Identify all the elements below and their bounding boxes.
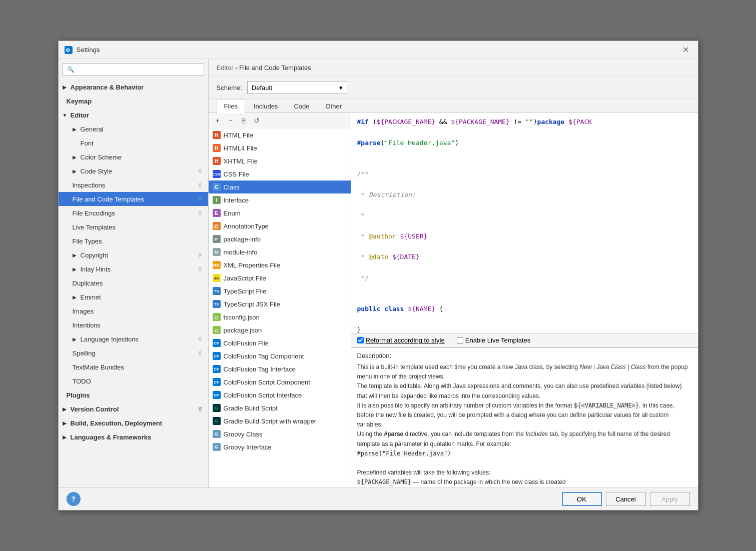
file-type-icon: CF [213,339,221,347]
arrow-icon: ▶ [73,154,79,160]
list-item-class[interactable]: C Class [209,180,351,194]
remove-template-button[interactable]: − [225,115,237,126]
search-input[interactable] [77,66,200,73]
app-icon: ⚙ [65,46,73,54]
list-item[interactable]: I Interface [209,194,351,206]
sidebar-item-textmate[interactable]: TextMate Bundles [59,360,208,374]
live-templates-checkbox-label[interactable]: Enable Live Templates [457,336,531,344]
file-type-icon: CF [213,352,221,360]
cancel-button[interactable]: Cancel [606,492,646,506]
list-item[interactable]: JS JavaScript File [209,272,351,284]
list-item[interactable]: CF ColdFusion Tag Interface [209,362,351,376]
close-button[interactable]: ✕ [680,44,692,56]
sidebar-item-file-types[interactable]: File Types [59,234,208,248]
search-box[interactable]: 🔍 [63,63,204,76]
sidebar-item-emmet[interactable]: ▶ Emmet [59,290,208,304]
list-item[interactable]: {} package.json [209,324,351,336]
file-type-icon: {} [213,313,221,321]
sidebar-item-live-templates[interactable]: Live Templates [59,220,208,234]
settings-dialog: ⚙ Settings ✕ 🔍 ▶ Appearance & Behavior K… [58,40,698,510]
list-item[interactable]: H HTML File [209,128,351,142]
list-item[interactable]: @ AnnotationType [209,220,351,232]
copy-icon: ⎘ [199,406,202,412]
list-item[interactable]: CF ColdFusion File [209,336,351,350]
sidebar-item-keymap[interactable]: Keymap [59,94,208,108]
sidebar-item-color-scheme[interactable]: ▶ Color Scheme [59,150,208,164]
tab-files[interactable]: Files [217,99,245,113]
sidebar-item-intentions[interactable]: Intentions [59,318,208,332]
list-item[interactable]: M module-info [209,246,351,258]
list-item[interactable]: CSS CSS File [209,168,351,180]
list-item[interactable]: CF ColdFusion Script Interface [209,388,351,402]
title-bar: ⚙ Settings ✕ [59,41,698,59]
list-item[interactable]: P package-info [209,232,351,246]
sidebar-item-editor[interactable]: ▼ Editor [59,108,208,122]
sidebar-item-spelling[interactable]: Spelling ⎘ [59,346,208,360]
list-item[interactable]: G Gradle Build Script [209,402,351,414]
list-item[interactable]: CF ColdFusion Tag Component [209,350,351,362]
description-text: This is a built-in template used each ti… [357,362,692,487]
file-type-icon: JS [213,274,221,282]
arrow-icon: ▶ [73,126,79,132]
ok-button[interactable]: OK [562,492,602,506]
sidebar-item-copyright[interactable]: ▶ Copyright ⎘ [59,248,208,262]
sidebar-item-inlay-hints[interactable]: ▶ Inlay Hints ⎘ [59,262,208,276]
list-item[interactable]: {} tsconfig.json [209,310,351,324]
sidebar-item-plugins[interactable]: Plugins [59,388,208,402]
scheme-value: Default [252,84,272,92]
scheme-select[interactable]: Default ▾ [247,81,347,94]
help-button[interactable]: ? [67,492,81,506]
list-item[interactable]: E Enum [209,206,351,220]
list-item[interactable]: CF ColdFusion Script Component [209,376,351,388]
tab-code[interactable]: Code [286,99,317,113]
list-item[interactable]: H XHTML File [209,154,351,168]
list-item[interactable]: TS TypeScript File [209,284,351,298]
file-type-icon: TS [213,287,221,295]
file-type-icon: {} [213,326,221,334]
sidebar-item-todo[interactable]: TODO [59,374,208,388]
sidebar-item-code-style[interactable]: ▶ Code Style ⎘ [59,164,208,178]
arrow-icon: ▼ [63,112,69,118]
sidebar-item-inspections[interactable]: Inspections ⎘ [59,178,208,192]
apply-button[interactable]: Apply [650,492,690,506]
file-type-icon: G [213,404,221,412]
sidebar-item-duplicates[interactable]: Duplicates [59,276,208,290]
arrow-icon: ▶ [73,266,79,272]
reformat-checkbox-label[interactable]: Reformat according to style [357,336,445,344]
sidebar-item-build[interactable]: ▶ Build, Execution, Deployment [59,416,208,430]
sidebar-item-appearance[interactable]: ▶ Appearance & Behavior [59,80,208,94]
chevron-down-icon: ▾ [339,84,343,92]
list-item[interactable]: H HTML4 File [209,142,351,154]
list-item[interactable]: TX TypeScript JSX File [209,298,351,310]
file-type-icon: TX [213,300,221,308]
sidebar-item-version-control[interactable]: ▶ Version Control ⎘ [59,402,208,416]
file-list-toolbar: + − ⎘ ↺ [209,113,351,128]
file-type-icon: CF [213,365,221,373]
tab-other[interactable]: Other [318,99,349,113]
reformat-checkbox[interactable] [357,337,364,344]
code-editor[interactable]: #if (${PACKAGE_NAME} && ${PACKAGE_NAME} … [351,113,698,334]
copy-template-button[interactable]: ⎘ [238,115,250,126]
copy-icon: ⎘ [199,266,202,272]
reset-template-button[interactable]: ↺ [251,115,263,126]
copy-icon: ⎘ [199,168,202,174]
svg-text:⚙: ⚙ [66,48,70,53]
live-templates-checkbox[interactable] [457,337,463,344]
arrow-icon: ▶ [73,168,79,174]
sidebar-item-file-encodings[interactable]: File Encodings ⎘ [59,206,208,220]
sidebar-item-general[interactable]: ▶ General [59,122,208,136]
tab-includes[interactable]: Includes [246,99,285,113]
sidebar-item-images[interactable]: Images [59,304,208,318]
sidebar-item-file-code-templates[interactable]: File and Code Templates ⎘ [59,192,208,206]
list-item[interactable]: G Groovy Class [209,428,351,440]
add-template-button[interactable]: + [212,115,224,126]
file-type-icon: M [213,248,221,256]
description-panel: Description: This is a built-in template… [351,348,698,488]
sidebar-item-font[interactable]: Font [59,136,208,150]
sidebar-item-language-injections[interactable]: ▶ Language Injections ⎘ [59,332,208,346]
sidebar-item-languages[interactable]: ▶ Languages & Frameworks [59,430,208,444]
file-type-icon: C [213,183,221,191]
list-item[interactable]: G Groovy Interface [209,440,351,454]
list-item[interactable]: XML XML Properties File [209,258,351,272]
list-item[interactable]: G Gradle Build Script with wrapper [209,414,351,428]
